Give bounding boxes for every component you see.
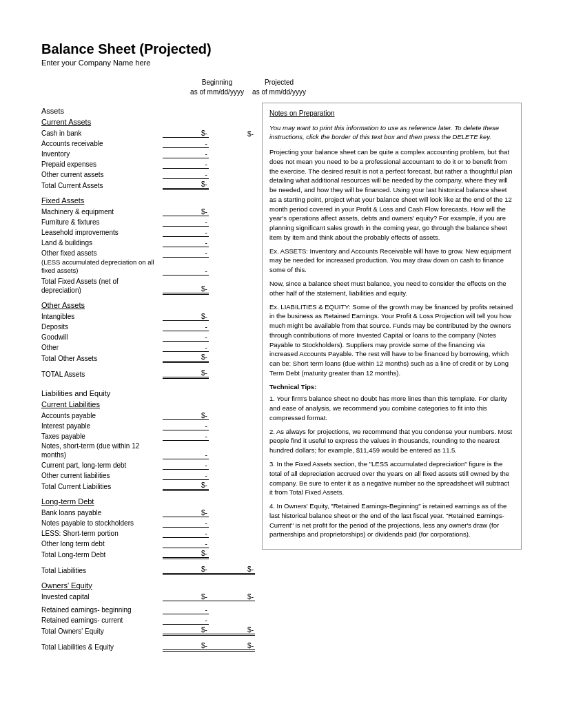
projected-header: Projected as of mm/dd/yyyy xyxy=(248,78,310,97)
table-row: Taxes payable - xyxy=(41,431,255,441)
notes-paragraph-2: Ex. ASSETS: Inventory and Accounts Recei… xyxy=(269,247,514,275)
total-liabilities-equity-row: Total Liabilities & Equity $- $- xyxy=(41,642,255,652)
notes-tech-2: 2. As always for projections, we recomme… xyxy=(269,427,514,455)
page-title: Balance Sheet (Projected) xyxy=(41,41,522,57)
notes-italic-intro: You may want to print this information t… xyxy=(269,123,514,143)
liabilities-equity-label: Liabilities and Equity xyxy=(41,389,255,397)
company-subtitle: Enter your Company Name here xyxy=(41,59,522,67)
owners-equity-heading: Owners' Equity xyxy=(41,581,255,590)
total-liabilities-row: Total Liabilities $- $- xyxy=(41,565,255,575)
notes-body: Projecting your balance sheet can be qui… xyxy=(269,147,514,539)
table-row: Other long term debt - xyxy=(41,539,255,548)
table-row: Invested capital $- $- xyxy=(41,592,255,601)
table-row: Current part, long-term debt - xyxy=(41,460,255,470)
notes-title: Notes on Preparation xyxy=(269,109,514,119)
table-row: Leasehold improvements - xyxy=(41,227,255,237)
beginning-header: Beginning as of mm/dd/yyyy xyxy=(186,78,248,97)
table-row: Cash in bank $- $- xyxy=(41,128,255,138)
table-row: Bank loans payable $- xyxy=(41,508,255,517)
current-assets-heading: Current Assets xyxy=(41,118,255,126)
table-row: Notes payable to stockholders - xyxy=(41,518,255,528)
total-owners-equity-row: Total Owners' Equity $- $- xyxy=(41,626,255,636)
table-row: Other current liabilities - xyxy=(41,470,255,480)
balance-sheet-left: Assets Current Assets Cash in bank $- $-… xyxy=(41,103,255,652)
table-row: LESS: Short-term portion - xyxy=(41,528,255,538)
table-row: Other fixed assets - xyxy=(41,248,255,258)
assets-label: Assets xyxy=(41,107,255,115)
current-liabilities-heading: Current Liabilities xyxy=(41,400,255,408)
table-row: Retained earnings- current - xyxy=(41,615,255,625)
table-row: Furniture & fixtures - xyxy=(41,217,255,227)
total-other-assets-row: Total Other Assets $- xyxy=(41,353,255,363)
table-row: Intangibles $- xyxy=(41,311,255,321)
total-current-liabilities-row: Total Current Liabilities $- xyxy=(41,481,255,491)
table-row: Accounts payable $- xyxy=(41,410,255,420)
table-row: Land & buildings - xyxy=(41,238,255,247)
notes-tech-title: Technical Tips: xyxy=(269,382,514,392)
table-row: Interest payable - xyxy=(41,421,255,430)
total-longterm-debt-row: Total Long-term Debt $- xyxy=(41,550,255,559)
table-row: Inventory - xyxy=(41,149,255,158)
table-row: Machinery & equipment $- xyxy=(41,207,255,216)
total-current-assets-row: Total Current Assets $- xyxy=(41,180,255,190)
table-row: Notes, short-term (due within 12 months)… xyxy=(41,441,255,459)
notes-tech-1: 1. Your firm's balance sheet no doubt ha… xyxy=(269,394,514,422)
total-fixed-assets-row: Total Fixed Assets (net of depreciation)… xyxy=(41,277,255,295)
notes-panel-container: Notes on Preparation You may want to pri… xyxy=(255,103,522,652)
table-row: Other - xyxy=(41,342,255,352)
table-row: Goodwill - xyxy=(41,332,255,342)
table-row: Prepaid expenses - xyxy=(41,159,255,169)
notes-tech-4: 4. In Owners' Equity, "Retained Earnings… xyxy=(269,501,514,539)
notes-paragraph-3: Now, since a balance sheet must balance,… xyxy=(269,279,514,298)
other-assets-heading: Other Assets xyxy=(41,301,255,309)
total-assets-row: TOTAL Assets $- xyxy=(41,369,255,379)
fixed-assets-heading: Fixed Assets xyxy=(41,196,255,205)
longterm-debt-heading: Long-term Debt xyxy=(41,497,255,506)
column-headers: Beginning as of mm/dd/yyyy Projected as … xyxy=(41,78,522,97)
notes-tech-3: 3. In the Fixed Assets section, the "LES… xyxy=(269,459,514,497)
table-row: (LESS accumulated depreciation on all fi… xyxy=(41,258,255,275)
notes-panel: Notes on Preparation You may want to pri… xyxy=(262,103,522,550)
table-row: Retained earnings- beginning - xyxy=(41,605,255,614)
notes-paragraph-1: Projecting your balance sheet can be qui… xyxy=(269,147,514,242)
notes-paragraph-4: Ex. LIABILITIES & EQUITY: Some of the gr… xyxy=(269,302,514,378)
table-row: Accounts receivable - xyxy=(41,138,255,148)
table-row: Deposits - xyxy=(41,322,255,331)
table-row: Other current assets - xyxy=(41,169,255,179)
